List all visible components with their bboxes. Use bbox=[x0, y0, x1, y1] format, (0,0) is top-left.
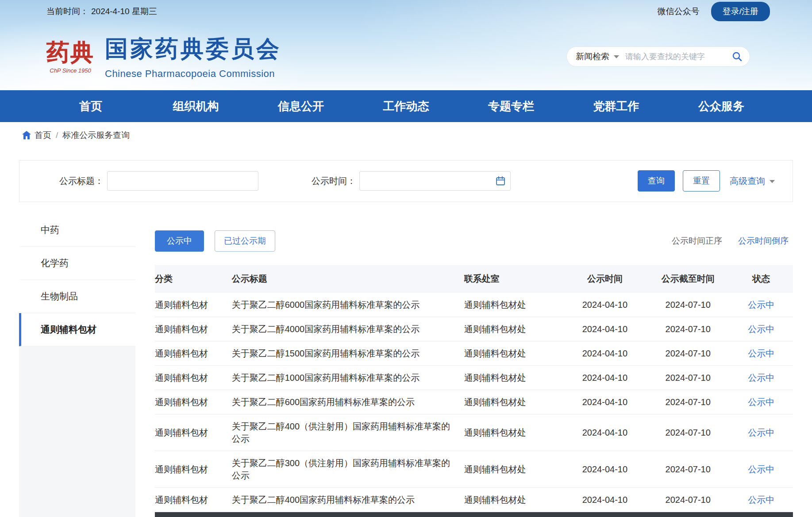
notice-time-label: 公示时间： bbox=[312, 175, 356, 187]
nav-item[interactable]: 党群工作 bbox=[592, 99, 641, 114]
sort-time-asc-link[interactable]: 公示时间正序 bbox=[672, 235, 722, 247]
breadcrumb: 首页 / 标准公示服务查询 bbox=[0, 122, 812, 149]
sidebar-item-label: 中药 bbox=[41, 224, 59, 236]
sky-header: 当前时间：2024-4-10 星期三 微信公众号 登录/注册 药典 ChP Si… bbox=[0, 0, 812, 90]
chevron-down-icon[interactable] bbox=[614, 55, 619, 58]
login-register-button[interactable]: 登录/注册 bbox=[711, 2, 770, 21]
row-title-link[interactable]: 关于聚乙二醇6000国家药用辅料标准草案的公示 bbox=[232, 293, 464, 317]
column-header: 公示截至时间 bbox=[647, 265, 734, 293]
row-status-link[interactable]: 公示中 bbox=[748, 428, 774, 437]
row-status-link[interactable]: 公示中 bbox=[748, 495, 774, 505]
row-title-link[interactable]: 关于聚乙二醇1500国家药用辅料标准草案的公示 bbox=[232, 341, 464, 366]
main-area: 中药 化学药 生物制品 通则辅料包材 公示中 已过公示期 公示时间正序 公示时间… bbox=[19, 214, 793, 517]
wechat-link[interactable]: 微信公众号 bbox=[658, 6, 700, 17]
tab-expired-notice[interactable]: 已过公示期 bbox=[215, 230, 275, 252]
row-status-link[interactable]: 公示中 bbox=[748, 348, 774, 358]
row-deadline: 2024-07-10 bbox=[647, 390, 734, 414]
row-publish-date: 2024-04-10 bbox=[568, 317, 647, 341]
nav-item[interactable]: 公众服务 bbox=[697, 99, 746, 114]
row-status-link[interactable]: 公示中 bbox=[748, 397, 774, 407]
row-department: 通则辅料包材处 bbox=[464, 451, 568, 488]
tabs-row: 公示中 已过公示期 公示时间正序 公示时间倒序 bbox=[155, 230, 793, 252]
row-title-link[interactable]: 关于聚乙二醇400国家药用辅料标准草案的公示 bbox=[232, 488, 464, 512]
table-header: 分类 公示标题 联系处室 公示时间 公示截至时间 状态 bbox=[155, 265, 793, 293]
notice-time-input[interactable] bbox=[359, 171, 511, 191]
sidebar-item[interactable]: 化学药 bbox=[19, 247, 135, 280]
current-time-value: 2024-4-10 星期三 bbox=[91, 7, 157, 16]
topbar-actions: 微信公众号 登录/注册 bbox=[658, 2, 770, 21]
search-category-select[interactable]: 新闻检索 bbox=[576, 51, 609, 62]
notices-table: 分类 公示标题 联系处室 公示时间 公示截至时间 状态 通则辅料包材 关于聚乙二… bbox=[155, 265, 793, 512]
sidebar-item[interactable]: 中药 bbox=[19, 214, 135, 247]
row-department: 通则辅料包材处 bbox=[464, 366, 568, 390]
site-titles: 国家药典委员会 Chinese Pharmacopoeia Commission bbox=[105, 34, 281, 80]
row-status-link[interactable]: 公示中 bbox=[748, 324, 774, 334]
row-publish-date: 2024-04-10 bbox=[568, 366, 647, 390]
sidebar-item[interactable]: 通则辅料包材 bbox=[19, 313, 135, 346]
page: 当前时间：2024-4-10 星期三 微信公众号 登录/注册 药典 ChP Si… bbox=[0, 0, 812, 517]
advanced-query-link[interactable]: 高级查询 bbox=[730, 175, 775, 187]
row-status-link[interactable]: 公示中 bbox=[748, 373, 774, 383]
row-deadline: 2024-07-10 bbox=[647, 293, 734, 317]
row-department: 通则辅料包材处 bbox=[464, 317, 568, 341]
row-department: 通则辅料包材处 bbox=[464, 390, 568, 414]
search-icon[interactable] bbox=[732, 51, 743, 62]
calendar-icon[interactable] bbox=[496, 176, 505, 186]
row-category: 通则辅料包材 bbox=[155, 317, 232, 341]
row-status-link[interactable]: 公示中 bbox=[748, 464, 774, 474]
tab-in-notice[interactable]: 公示中 bbox=[155, 230, 204, 252]
table-row: 通则辅料包材 关于聚乙二醇400国家药用辅料标准草案的公示 通则辅料包材处 20… bbox=[155, 488, 793, 512]
nav-items: 首页 组织机构 信息公开 工作动态 专题专栏 党群工作 公众服务 bbox=[0, 90, 812, 122]
notice-title-input[interactable] bbox=[107, 171, 258, 191]
column-header: 状态 bbox=[734, 265, 793, 293]
row-category: 通则辅料包材 bbox=[155, 488, 232, 512]
site-header: 药典 ChP Since 1950 国家药典委员会 Chinese Pharma… bbox=[0, 23, 812, 90]
row-department: 通则辅料包材处 bbox=[464, 488, 568, 512]
row-title-link[interactable]: 关于聚乙二醇1000国家药用辅料标准草案的公示 bbox=[232, 366, 464, 390]
logo-seal: 药典 bbox=[46, 40, 94, 65]
breadcrumb-separator: / bbox=[56, 130, 58, 140]
row-deadline: 2024-07-10 bbox=[647, 317, 734, 341]
row-title-link[interactable]: 关于聚乙二醇600国家药用辅料标准草案的公示 bbox=[232, 390, 464, 414]
nav-item[interactable]: 工作动态 bbox=[382, 99, 431, 114]
main-nav: 首页 组织机构 信息公开 工作动态 专题专栏 党群工作 公众服务 bbox=[0, 90, 812, 122]
notice-title-label: 公示标题： bbox=[59, 175, 104, 187]
notice-time-wrap bbox=[359, 171, 511, 191]
row-title-link[interactable]: 关于聚乙二醇300（供注射用）国家药用辅料标准草案的公示 bbox=[232, 451, 464, 488]
breadcrumb-home-link[interactable]: 首页 bbox=[22, 130, 51, 141]
row-publish-date: 2024-04-10 bbox=[568, 488, 647, 512]
row-category: 通则辅料包材 bbox=[155, 366, 232, 390]
site-logo[interactable]: 药典 ChP Since 1950 bbox=[46, 40, 94, 74]
table-row: 通则辅料包材 关于聚乙二醇6000国家药用辅料标准草案的公示 通则辅料包材处 2… bbox=[155, 293, 793, 317]
row-deadline: 2024-07-10 bbox=[647, 366, 734, 390]
row-category: 通则辅料包材 bbox=[155, 293, 232, 317]
breadcrumb-home-label: 首页 bbox=[35, 130, 51, 141]
row-department: 通则辅料包材处 bbox=[464, 293, 568, 317]
row-category: 通则辅料包材 bbox=[155, 390, 232, 414]
row-title-link[interactable]: 关于聚乙二醇4000国家药用辅料标准草案的公示 bbox=[232, 317, 464, 341]
nav-item[interactable]: 首页 bbox=[66, 99, 115, 114]
nav-item[interactable]: 专题专栏 bbox=[487, 99, 535, 114]
row-department: 通则辅料包材处 bbox=[464, 414, 568, 451]
current-time-label: 当前时间： bbox=[46, 7, 89, 16]
site-title-cn: 国家药典委员会 bbox=[105, 34, 281, 65]
sort-time-desc-link[interactable]: 公示时间倒序 bbox=[738, 235, 789, 247]
table-row: 通则辅料包材 关于聚乙二醇1000国家药用辅料标准草案的公示 通则辅料包材处 2… bbox=[155, 366, 793, 390]
sidebar-item[interactable]: 生物制品 bbox=[19, 280, 135, 313]
table-row: 通则辅料包材 关于聚乙二醇300（供注射用）国家药用辅料标准草案的公示 通则辅料… bbox=[155, 451, 793, 488]
row-publish-date: 2024-04-10 bbox=[568, 390, 647, 414]
filter-time-group: 公示时间： bbox=[312, 171, 511, 191]
row-category: 通则辅料包材 bbox=[155, 414, 232, 451]
search-input[interactable] bbox=[625, 52, 728, 61]
row-title-link[interactable]: 关于聚乙二醇400（供注射用）国家药用辅料标准草案的公示 bbox=[232, 414, 464, 451]
query-button[interactable]: 查询 bbox=[638, 170, 675, 191]
chevron-down-icon bbox=[770, 180, 775, 183]
nav-item[interactable]: 信息公开 bbox=[277, 99, 325, 114]
category-list: 中药 化学药 生物制品 通则辅料包材 bbox=[19, 214, 135, 346]
table-row: 通则辅料包材 关于聚乙二醇4000国家药用辅料标准草案的公示 通则辅料包材处 2… bbox=[155, 317, 793, 341]
reset-button[interactable]: 重置 bbox=[683, 170, 720, 191]
row-status-link[interactable]: 公示中 bbox=[748, 300, 774, 310]
filter-title-group: 公示标题： bbox=[59, 171, 258, 191]
row-category: 通则辅料包材 bbox=[155, 451, 232, 488]
nav-item[interactable]: 组织机构 bbox=[172, 99, 220, 114]
